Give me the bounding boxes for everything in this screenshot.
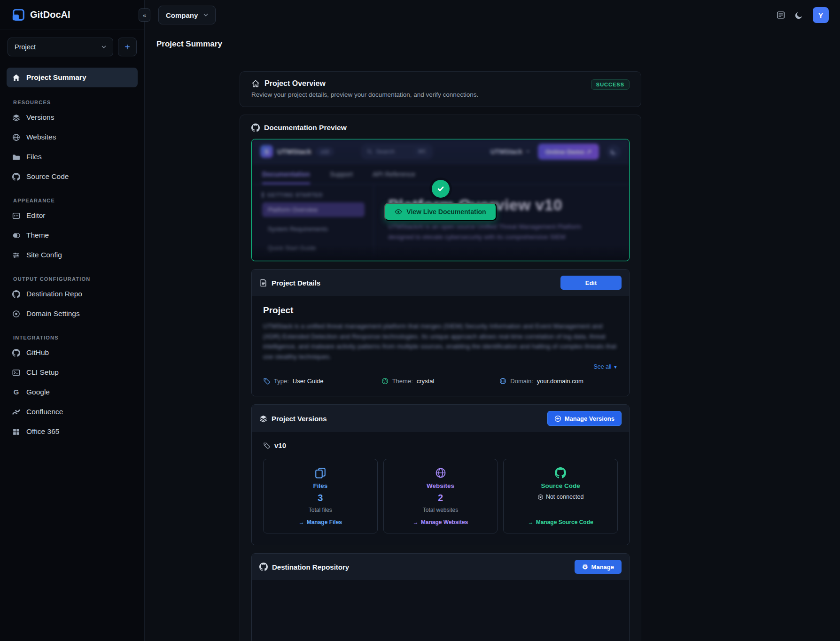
view-live-documentation-button[interactable]: View Live Documentation [384,203,496,221]
eye-icon [395,208,402,216]
github-icon [12,290,20,298]
stat-card-websites: Websites 2 Total websites → Manage Websi… [383,459,498,533]
sidebar-item-label: Editor [26,211,46,220]
gitdocai-logo-icon [11,8,25,22]
edit-button[interactable]: Edit [560,276,622,290]
chevron-down-icon [202,12,209,18]
sidebar-section-integrations: Integrations [13,335,131,340]
github-icon [259,563,268,571]
sidebar: GitDocAI Project + Project Summary Resou… [0,0,145,641]
sidebar-item-label: Site Config [26,251,62,259]
palette-icon [381,378,389,385]
page-title: Project Summary [156,39,840,49]
documentation-card: Documentation Preview S UTMStack v10 [240,115,641,641]
google-icon: G [12,388,20,396]
documentation-preview-frame: S UTMStack v10 Search ⌘K [251,139,630,261]
stat-caption: Total files [309,507,332,513]
arrow-right-icon: → [528,519,534,525]
topbar: « Company Y [145,0,840,30]
version-tag-row: v10 [263,441,618,449]
github-icon [251,124,260,132]
sidebar-item-label: Versions [26,113,54,122]
check-circle-icon [432,180,450,198]
sliders-icon [12,251,20,259]
sidebar-item-versions[interactable]: Versions [7,108,138,127]
grid-icon [12,428,20,436]
user-avatar[interactable]: Y [813,7,829,23]
svg-text:G: G [14,388,19,396]
globe-icon [12,133,20,141]
github-icon [12,173,20,181]
sidebar-header: GitDocAI [0,0,144,30]
destination-body [252,580,629,641]
chevron-down-icon [101,44,107,50]
sidebar-item-label: CLI Setup [26,368,59,377]
sidebar-item-site-config[interactable]: Site Config [7,245,138,265]
terminal-icon [12,369,20,377]
plus-circle-icon [554,415,561,422]
sidebar-item-label: Websites [26,133,56,141]
confluence-icon [12,408,20,416]
sidebar-item-label: Destination Repo [26,290,82,298]
sidebar-section-appearance: Appearance [13,198,131,203]
stat-card-source-code: Source Code Not connected → [503,459,618,533]
see-all-link[interactable]: See all ▼ [263,363,618,370]
manage-destination-button[interactable]: ⚙ Manage [575,560,622,574]
status-badge: SUCCESS [591,79,630,90]
files-icon [315,467,326,479]
sidebar-item-destination-repo[interactable]: Destination Repo [7,284,138,304]
project-description-blurred: UTMStack is a unified threat management … [263,321,618,362]
project-select[interactable]: Project [8,38,113,56]
project-versions-panel: Project Versions Manage Versions [251,404,630,545]
sidebar-item-label: Source Code [26,172,69,181]
layers-icon [259,415,267,423]
sidebar-item-files[interactable]: Files [7,147,138,167]
github-icon [555,467,566,479]
main-content: Project Summary Project Overview Review … [145,30,840,641]
sidebar-section-output-configuration: Output Configuration [13,276,131,282]
project-select-value: Project [15,43,36,51]
project-details-panel: Project Details Edit Project UTMStack is… [251,269,630,396]
sidebar-item-domain-settings[interactable]: Domain Settings [7,304,138,324]
project-selector-row: Project + [8,38,137,56]
arrow-right-icon: → [413,519,419,525]
sidebar-item-label: Google [26,388,50,396]
manage-websites-link[interactable]: → Manage Websites [413,513,468,525]
preview-overlay: View Live Documentation [252,139,629,261]
theme-icon [12,232,20,239]
sidebar-item-label: Project Summary [26,73,86,82]
project-meta-row: Type: User Guide Theme: crystal [263,378,618,385]
meta-theme: Theme: crystal [381,378,500,385]
sidebar-item-project-summary[interactable]: Project Summary [7,68,138,87]
sidebar-item-cli-setup[interactable]: CLI Setup [7,363,138,382]
target-icon [12,310,20,318]
sidebar-item-google[interactable]: G Google [7,382,138,402]
add-project-button[interactable]: + [118,38,137,56]
sidebar-item-source-code[interactable]: Source Code [7,167,138,186]
changelog-icon[interactable] [777,11,785,19]
tag-icon [263,442,270,449]
company-dropdown-label: Company [166,11,198,19]
sidebar-item-label: GitHub [26,348,49,357]
sidebar-item-label: Confluence [26,408,63,416]
company-dropdown[interactable]: Company [158,6,216,24]
arrow-right-icon: → [299,519,304,525]
doc-preview-title: Documentation Preview [264,124,347,132]
sidebar-item-confluence[interactable]: Confluence [7,402,138,422]
sidebar-item-github[interactable]: GitHub [7,343,138,363]
manage-files-link[interactable]: → Manage Files [299,513,342,525]
sidebar-item-label: Office 365 [26,427,59,436]
stat-value: 2 [438,493,443,503]
editor-icon [12,212,20,220]
sidebar-collapse-button[interactable]: « [139,8,150,22]
sidebar-item-editor[interactable]: Editor [7,206,138,225]
sidebar-item-theme[interactable]: Theme [7,225,138,245]
dark-mode-toggle-moon-icon[interactable] [794,11,803,20]
manage-source-code-link[interactable]: → Manage Source Code [528,513,593,525]
sidebar-item-office-365[interactable]: Office 365 [7,422,138,441]
destination-title: Destination Repository [272,563,349,571]
stat-caption: Total websites [423,507,458,513]
gear-icon: ⚙ [582,564,588,570]
manage-versions-button[interactable]: Manage Versions [547,411,622,426]
sidebar-item-websites[interactable]: Websites [7,127,138,147]
